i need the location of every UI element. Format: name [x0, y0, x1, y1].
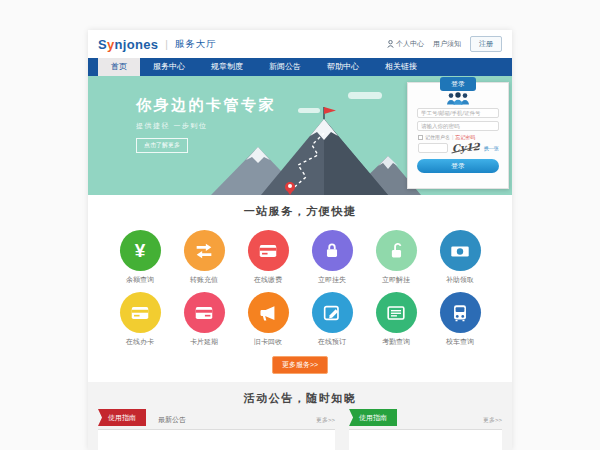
latest-announcements-tab[interactable]: 最新公告 — [158, 415, 186, 429]
unlock-icon — [376, 230, 417, 271]
header-right: 个人中心 用户须知 注册 — [387, 36, 502, 52]
captcha-row: Cy12 换一张 — [418, 143, 498, 153]
service-tile-online-booking[interactable]: 在线预订 — [300, 292, 364, 347]
left-column-content — [98, 430, 335, 450]
service-label: 转账充值 — [190, 275, 218, 285]
hero-text: 你身边的卡管专家 提供捷径 一步到位 点击了解更多 — [136, 96, 276, 153]
bank-card-icon — [120, 292, 161, 333]
site-wrapper: Synjones | 服务大厅 个人中心 用户须知 注册 首页 服务中心 规章制… — [88, 30, 512, 450]
logo-divider: | — [165, 39, 168, 50]
personal-center-link[interactable]: 个人中心 — [387, 39, 424, 49]
nav-item-links[interactable]: 相关链接 — [372, 58, 430, 76]
hero-title: 你身边的卡管专家 — [136, 96, 276, 115]
right-column-header: 使用指南 更多>> — [349, 415, 502, 430]
login-panel: 登录 记住用户名 | 忘记密码 Cy12 换一张 登录 — [407, 82, 509, 189]
service-label: 立即解挂 — [382, 275, 410, 285]
announcement-left-column: 使用指南 最新公告 更多>> — [98, 415, 335, 450]
service-tile-card-recycle[interactable]: 旧卡回收 — [236, 292, 300, 347]
nav-item-home[interactable]: 首页 — [98, 58, 140, 76]
logo-s: S — [98, 37, 107, 52]
login-tab[interactable]: 登录 — [440, 77, 476, 91]
service-label: 余额查询 — [126, 275, 154, 285]
user-notice-label: 用户须知 — [433, 39, 461, 49]
logo-rest: njones — [115, 37, 159, 52]
service-tile-card-extension[interactable]: 卡片延期 — [172, 292, 236, 347]
captcha-input[interactable] — [418, 143, 448, 153]
lock-icon — [312, 230, 353, 271]
nav-item-help-center[interactable]: 帮助中心 — [314, 58, 372, 76]
bus-icon — [440, 292, 481, 333]
right-more-link[interactable]: 更多>> — [483, 416, 502, 429]
more-services-button[interactable]: 更多服务>> — [272, 356, 328, 374]
nav-item-news[interactable]: 新闻公告 — [256, 58, 314, 76]
personal-center-label: 个人中心 — [396, 39, 424, 49]
register-button[interactable]: 注册 — [470, 36, 502, 52]
yen-icon: ¥ — [120, 230, 161, 271]
megaphone-icon — [248, 292, 289, 333]
header: Synjones | 服务大厅 个人中心 用户须知 注册 — [88, 30, 512, 58]
list-icon — [376, 292, 417, 333]
service-tile-apply-card[interactable]: 在线办卡 — [108, 292, 172, 347]
remember-label: 记住用户名 — [425, 134, 450, 140]
service-tile-online-payment[interactable]: 在线缴费 — [236, 230, 300, 285]
main-nav: 首页 服务中心 规章制度 新闻公告 帮助中心 相关链接 — [88, 58, 512, 76]
service-tile-school-bus[interactable]: 校车查询 — [428, 292, 492, 347]
users-icon — [445, 92, 471, 105]
right-column-content — [349, 430, 502, 450]
login-options: 记住用户名 | 忘记密码 — [418, 134, 498, 140]
user-notice-link[interactable]: 用户须知 — [433, 39, 461, 49]
service-label: 补助领取 — [446, 275, 474, 285]
password-input[interactable] — [417, 121, 499, 131]
services-grid: ¥ 余额查询 转账充值 在线缴费 立即挂失 — [88, 219, 512, 347]
service-label: 校车查询 — [446, 337, 474, 347]
transfer-arrows-icon — [184, 230, 225, 271]
edit-icon — [312, 292, 353, 333]
service-label: 立即挂失 — [318, 275, 346, 285]
service-tile-balance[interactable]: ¥ 余额查询 — [108, 230, 172, 285]
nav-item-service-center[interactable]: 服务中心 — [140, 58, 198, 76]
service-label: 在线缴费 — [254, 275, 282, 285]
banknote-icon — [440, 230, 481, 271]
announcement-right-column: 使用指南 更多>> — [349, 415, 502, 450]
right-ribbon-tab[interactable]: 使用指南 — [349, 409, 397, 426]
service-label: 卡片延期 — [190, 337, 218, 347]
service-label: 旧卡回收 — [254, 337, 282, 347]
service-tile-attendance[interactable]: 考勤查询 — [364, 292, 428, 347]
login-submit-button[interactable]: 登录 — [417, 159, 499, 173]
hero-cta-button[interactable]: 点击了解更多 — [136, 138, 188, 153]
service-tile-report-loss[interactable]: 立即挂失 — [300, 230, 364, 285]
service-label: 考勤查询 — [382, 337, 410, 347]
announcement-columns: 使用指南 最新公告 更多>> 使用指南 更多>> — [88, 406, 512, 450]
person-icon — [387, 40, 394, 48]
services-title: 一站服务，方便快捷 — [88, 204, 512, 219]
options-separator: | — [452, 134, 453, 140]
logo-y: y — [107, 37, 115, 52]
service-label: 在线办卡 — [126, 337, 154, 347]
service-tile-transfer[interactable]: 转账充值 — [172, 230, 236, 285]
service-tile-subsidy[interactable]: 补助领取 — [428, 230, 492, 285]
left-column-header: 使用指南 最新公告 更多>> — [98, 415, 335, 430]
bank-card-icon — [184, 292, 225, 333]
remember-checkbox[interactable] — [418, 135, 423, 140]
services-section: 一站服务，方便快捷 ¥ 余额查询 转账充值 在线缴费 — [88, 195, 512, 382]
captcha-refresh-link[interactable]: 换一张 — [484, 145, 499, 151]
captcha-image: Cy12 — [452, 142, 480, 154]
bank-card-icon — [248, 230, 289, 271]
username-input[interactable] — [417, 108, 499, 118]
hero-banner: 你身边的卡管专家 提供捷径 一步到位 点击了解更多 登录 — [88, 76, 512, 195]
service-label: 在线预订 — [318, 337, 346, 347]
cloud-shape — [348, 92, 382, 99]
forgot-password-link[interactable]: 忘记密码 — [455, 134, 475, 140]
logo: Synjones — [98, 37, 158, 52]
nav-item-rules[interactable]: 规章制度 — [198, 58, 256, 76]
left-more-link[interactable]: 更多>> — [316, 416, 335, 429]
left-ribbon-tab[interactable]: 使用指南 — [98, 409, 146, 426]
hero-subtitle: 提供捷径 一步到位 — [136, 121, 276, 131]
service-tile-unfreeze[interactable]: 立即解挂 — [364, 230, 428, 285]
site-name: 服务大厅 — [175, 38, 217, 51]
announcements-title: 活动公告，随时知晓 — [88, 391, 512, 406]
announcements-section: 活动公告，随时知晓 使用指南 最新公告 更多>> 使用指南 更多>> — [88, 382, 512, 450]
